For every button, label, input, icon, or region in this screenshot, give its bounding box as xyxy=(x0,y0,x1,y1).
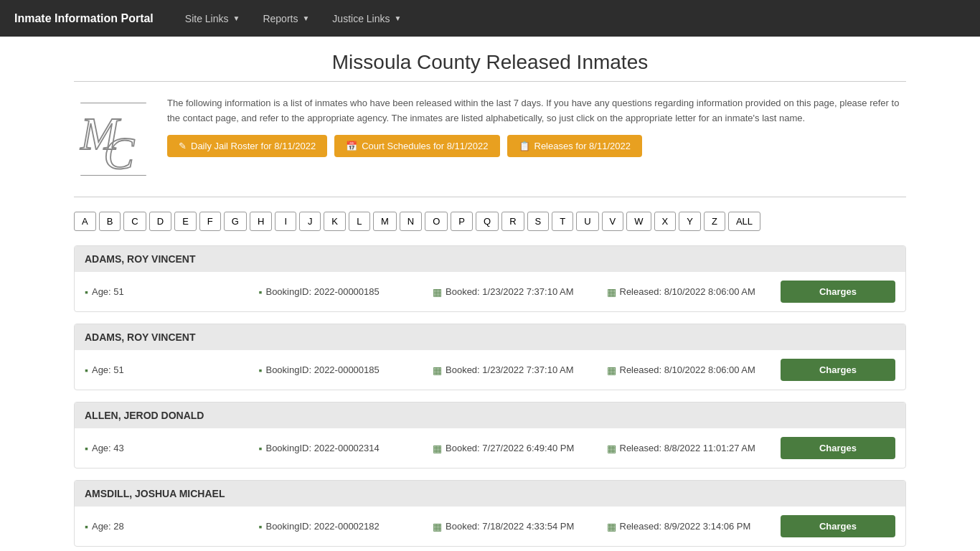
alpha-btn-o[interactable]: O xyxy=(425,212,448,231)
alpha-btn-k[interactable]: K xyxy=(324,212,346,231)
inmate-released: ▦Released: 8/9/2022 3:14:06 PM xyxy=(607,521,774,532)
alpha-btn-q[interactable]: Q xyxy=(476,212,499,231)
inmate-booking-id-text: BookingID: 2022-00000185 xyxy=(265,286,379,297)
inmate-name: AMSDILL, JOSHUA MICHAEL xyxy=(75,481,905,507)
charges-button[interactable]: Charges xyxy=(781,437,895,459)
alpha-btn-e[interactable]: E xyxy=(174,212,197,231)
inmate-details: ▪Age: 51▪BookingID: 2022-00000185▦Booked… xyxy=(75,272,905,311)
inmate-booked: ▦Booked: 7/27/2022 6:49:40 PM xyxy=(433,443,600,454)
nav-items: Site Links ▼ Reports ▼ Justice Links ▼ xyxy=(175,7,412,30)
detail-icon: ▦ xyxy=(607,364,616,376)
alpha-btn-b[interactable]: B xyxy=(99,212,121,231)
alpha-btn-r[interactable]: R xyxy=(501,212,524,231)
mc-logo: M C xyxy=(74,96,153,182)
alpha-btn-g[interactable]: G xyxy=(224,212,247,231)
inmate-booked: ▦Booked: 7/18/2022 4:33:54 PM xyxy=(433,521,600,532)
detail-icon: ▪ xyxy=(85,364,88,376)
info-buttons: ✎ Daily Jail Roster for 8/11/2022 📅 Cour… xyxy=(167,135,906,157)
detail-icon: ▪ xyxy=(85,286,88,298)
inmate-name: ADAMS, ROY VINCENT xyxy=(75,246,905,272)
inmate-booking-id: ▪BookingID: 2022-00000185 xyxy=(259,364,426,376)
alpha-btn-v[interactable]: V xyxy=(602,212,624,231)
alpha-btn-p[interactable]: P xyxy=(451,212,473,231)
alpha-btn-u[interactable]: U xyxy=(576,212,598,231)
info-section: M C The following information is a list … xyxy=(74,96,906,182)
inmate-booked: ▦Booked: 1/23/2022 7:37:10 AM xyxy=(433,364,600,376)
site-links-chevron-icon: ▼ xyxy=(233,14,240,22)
alpha-btn-y[interactable]: Y xyxy=(679,212,701,231)
court-schedules-button[interactable]: 📅 Court Schedules for 8/11/2022 xyxy=(334,135,499,157)
court-schedules-label: Court Schedules for 8/11/2022 xyxy=(362,141,488,151)
inmate-released: ▦Released: 8/10/2022 8:06:00 AM xyxy=(607,364,774,376)
inmate-released-text: Released: 8/8/2022 11:01:27 AM xyxy=(620,443,755,453)
alpha-btn-s[interactable]: S xyxy=(527,212,550,231)
inmate-age-text: Age: 28 xyxy=(92,521,124,532)
alpha-btn-h[interactable]: H xyxy=(250,212,272,231)
alpha-btn-x[interactable]: X xyxy=(654,212,677,231)
alpha-btn-t[interactable]: T xyxy=(552,212,573,231)
nav-brand[interactable]: Inmate Information Portal xyxy=(14,12,154,25)
reports-label: Reports xyxy=(263,13,298,24)
inmate-list: ADAMS, ROY VINCENT▪Age: 51▪BookingID: 20… xyxy=(74,245,906,551)
inmate-age: ▪Age: 28 xyxy=(85,521,252,532)
inmate-booked-text: Booked: 7/18/2022 4:33:54 PM xyxy=(446,521,574,532)
alpha-btn-z[interactable]: Z xyxy=(704,212,725,231)
inmate-card: ADAMS, ROY VINCENT▪Age: 51▪BookingID: 20… xyxy=(74,324,906,390)
inmate-booking-id-text: BookingID: 2022-00000185 xyxy=(265,364,379,375)
alpha-btn-c[interactable]: C xyxy=(123,212,146,231)
inmate-name: ALLEN, JEROD DONALD xyxy=(75,402,905,428)
inmate-details: ▪Age: 28▪BookingID: 2022-00002182▦Booked… xyxy=(75,507,905,546)
inmate-age: ▪Age: 51 xyxy=(85,286,252,298)
detail-icon: ▪ xyxy=(85,521,88,532)
alpha-btn-j[interactable]: J xyxy=(299,212,321,231)
charges-button[interactable]: Charges xyxy=(781,281,895,303)
alpha-btn-n[interactable]: N xyxy=(400,212,422,231)
alpha-btn-l[interactable]: L xyxy=(349,212,370,231)
nav-item-reports[interactable]: Reports ▼ xyxy=(253,7,319,30)
inmate-booked-text: Booked: 1/23/2022 7:37:10 AM xyxy=(446,364,574,375)
alpha-btn-w[interactable]: W xyxy=(626,212,651,231)
section-divider xyxy=(74,197,906,197)
daily-roster-button[interactable]: ✎ Daily Jail Roster for 8/11/2022 xyxy=(167,135,327,157)
inmate-released: ▦Released: 8/10/2022 8:06:00 AM xyxy=(607,286,774,298)
nav-item-site-links[interactable]: Site Links ▼ xyxy=(175,7,250,30)
detail-icon: ▪ xyxy=(259,364,263,376)
inmate-age: ▪Age: 43 xyxy=(85,443,252,454)
releases-label: Releases for 8/11/2022 xyxy=(534,141,631,151)
inmate-age-text: Age: 51 xyxy=(92,364,124,375)
inmate-booking-id: ▪BookingID: 2022-00002182 xyxy=(259,521,426,532)
inmate-card: ALLEN, JEROD DONALD▪Age: 43▪BookingID: 2… xyxy=(74,402,906,468)
inmate-card: ADAMS, ROY VINCENT▪Age: 51▪BookingID: 20… xyxy=(74,245,906,312)
charges-button[interactable]: Charges xyxy=(781,515,895,537)
svg-text:C: C xyxy=(103,128,135,179)
calendar-icon: 📅 xyxy=(346,141,357,151)
nav-item-justice-links[interactable]: Justice Links ▼ xyxy=(322,7,411,30)
inmate-released-text: Released: 8/9/2022 3:14:06 PM xyxy=(620,521,751,532)
detail-icon: ▪ xyxy=(259,286,263,298)
inmate-age: ▪Age: 51 xyxy=(85,364,252,376)
inmate-details: ▪Age: 43▪BookingID: 2022-00002314▦Booked… xyxy=(75,428,905,468)
detail-icon: ▦ xyxy=(433,286,442,298)
alpha-btn-m[interactable]: M xyxy=(373,212,397,231)
navbar: Inmate Information Portal Site Links ▼ R… xyxy=(0,0,980,37)
inmate-booked-text: Booked: 1/23/2022 7:37:10 AM xyxy=(446,286,574,297)
inmate-released-text: Released: 8/10/2022 8:06:00 AM xyxy=(620,364,755,375)
alpha-btn-d[interactable]: D xyxy=(149,212,171,231)
alpha-btn-i[interactable]: I xyxy=(275,212,296,231)
inmate-released-text: Released: 8/10/2022 8:06:00 AM xyxy=(620,286,755,297)
main-content: Missoula County Released Inmates M C The… xyxy=(60,37,920,551)
detail-icon: ▦ xyxy=(433,521,442,532)
inmate-booking-id-text: BookingID: 2022-00002182 xyxy=(265,521,379,532)
roster-icon: ✎ xyxy=(179,141,187,151)
alpha-btn-f[interactable]: F xyxy=(199,212,221,231)
charges-button[interactable]: Charges xyxy=(781,359,895,381)
detail-icon: ▦ xyxy=(607,521,616,532)
site-links-label: Site Links xyxy=(185,13,229,24)
inmate-booking-id: ▪BookingID: 2022-00002314 xyxy=(259,443,426,454)
detail-icon: ▪ xyxy=(85,443,88,454)
alpha-btn-all[interactable]: ALL xyxy=(728,212,760,231)
inmate-age-text: Age: 51 xyxy=(92,286,124,297)
releases-button[interactable]: 📋 Releases for 8/11/2022 xyxy=(507,135,642,157)
alpha-btn-a[interactable]: A xyxy=(74,212,96,231)
inmate-age-text: Age: 43 xyxy=(92,443,124,453)
